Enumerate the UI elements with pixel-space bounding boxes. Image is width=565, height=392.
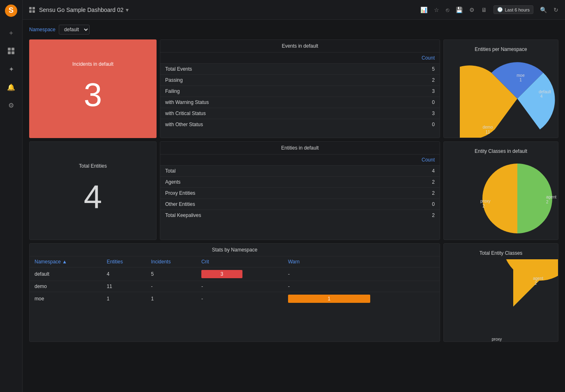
incidents-panel-title: Incidents in default: [69, 58, 117, 70]
events-table-title: Events in default: [160, 40, 440, 53]
stats-col-header[interactable]: Entities: [102, 256, 146, 267]
add-panel-icon[interactable]: 📊: [420, 7, 427, 13]
event-row-label: with Warning Status: [160, 97, 355, 108]
display-icon[interactable]: 🖥: [481, 7, 487, 13]
entities-per-namespace-panel: Entities per Namespace: [443, 39, 558, 138]
time-range-picker[interactable]: 🕐 Last 6 hours: [494, 5, 533, 14]
svg-text:14: 14: [494, 341, 499, 342]
refresh-icon[interactable]: ↻: [553, 7, 558, 13]
entity-row-label: Total: [160, 166, 346, 177]
events-table-row: with Warning Status0: [160, 97, 440, 108]
entities-in-default-panel: Entities in default Count Total4Agents2P…: [160, 141, 440, 240]
stats-incidents: 5: [146, 267, 196, 281]
stats-table-row: moe 1 1 - 1: [30, 292, 440, 306]
stats-warn: -: [283, 267, 440, 281]
event-row-value: 3: [355, 86, 440, 97]
stats-col-header[interactable]: Crit: [196, 256, 283, 267]
events-table-row: Failing3: [160, 86, 440, 97]
search-icon[interactable]: 🔍: [540, 7, 547, 13]
entity-row-label: Proxy Entities: [160, 188, 346, 199]
total-entities-title: Total Entities: [76, 160, 110, 172]
row-3: Stats by Namespace Namespace ▲EntitiesIn…: [29, 243, 558, 342]
total-entities-panel: Total Entities 4: [29, 141, 157, 240]
time-range-label: Last 6 hours: [505, 7, 530, 12]
entity-row-value: 2: [346, 188, 440, 199]
incidents-panel: Incidents in default 3: [29, 39, 157, 138]
svg-text:agent: agent: [546, 195, 556, 199]
events-col-count: Count: [355, 53, 440, 64]
stats-col-header[interactable]: Warn: [283, 256, 440, 267]
event-row-label: Total Events: [160, 64, 355, 75]
entities-col-label: [160, 154, 346, 166]
svg-text:11: 11: [485, 130, 490, 134]
entities-table-row: Proxy Entities2: [160, 188, 440, 199]
entity-classes-default-chart: agent 2 proxy 2: [460, 157, 542, 231]
namespace-filter-label: Namespace: [29, 27, 55, 32]
svg-rect-3: [12, 48, 14, 51]
entities-per-namespace-title: Entities per Namespace: [471, 43, 530, 55]
event-row-value: 3: [355, 108, 440, 119]
settings-icon[interactable]: ⚙: [469, 7, 475, 13]
stats-table: Namespace ▲EntitiesIncidentsCritWarn def…: [30, 256, 440, 305]
topbar-actions: 📊 ☆ ⎋ 💾 ⚙ 🖥 🕐 Last 6 hours 🔍 ↻: [420, 5, 558, 14]
total-entities-value: 4: [84, 180, 102, 213]
stats-crit: -: [196, 292, 283, 306]
sidebar-item-explore[interactable]: ✦: [4, 62, 18, 76]
entities-table: Entities in default Count Total4Agents2P…: [160, 142, 440, 221]
svg-text:2: 2: [482, 204, 485, 208]
svg-text:1: 1: [519, 78, 522, 82]
entity-row-value: 2: [346, 177, 440, 188]
stats-warn: 1: [283, 292, 440, 306]
dropdown-arrow-icon[interactable]: ▾: [126, 7, 129, 13]
sidebar: S ＋ ✦ 🔔 ⚙: [0, 0, 23, 392]
stats-crit: -: [196, 281, 283, 292]
entity-row-value: 0: [346, 199, 440, 210]
stats-entities: 4: [102, 267, 146, 281]
svg-text:2: 2: [546, 200, 549, 204]
svg-text:demo: demo: [482, 125, 493, 129]
svg-rect-5: [12, 51, 14, 54]
entities-table-row: Other Entities0: [160, 199, 440, 210]
stats-incidents: 1: [146, 292, 196, 306]
svg-text:2: 2: [535, 281, 537, 286]
events-col-label: [160, 53, 355, 64]
event-row-value: 0: [355, 119, 440, 130]
entity-classes-default-panel: Entity Classes in default agent 2 proxy …: [443, 141, 558, 240]
incidents-value: 3: [84, 78, 102, 111]
entities-per-namespace-chart: default 4 moe 1 demo 11: [460, 55, 542, 129]
entities-table-row: Total Keepalives2: [160, 210, 440, 221]
svg-text:S: S: [9, 6, 14, 14]
sidebar-item-settings[interactable]: ⚙: [4, 98, 18, 113]
namespace-select[interactable]: default: [59, 25, 90, 35]
stats-table-row: default 4 5 3 -: [30, 267, 440, 281]
total-entity-classes-title: Total Entity Classes: [476, 247, 526, 259]
entity-row-label: Other Entities: [160, 199, 346, 210]
dashboard-title: Sensu Go Sample Dashboard 02: [39, 7, 123, 13]
event-row-label: Passing: [160, 75, 355, 86]
events-table-row: Total Events5: [160, 64, 440, 75]
sidebar-item-dashboards[interactable]: [4, 44, 18, 58]
sidebar-item-alerts[interactable]: 🔔: [4, 80, 18, 95]
stats-incidents: -: [146, 281, 196, 292]
stats-col-header[interactable]: Incidents: [146, 256, 196, 267]
sidebar-item-add[interactable]: ＋: [4, 25, 18, 40]
share-icon[interactable]: ⎋: [446, 7, 449, 13]
entities-table-row: Agents2: [160, 177, 440, 188]
stats-crit: 3: [196, 267, 283, 281]
row-2: Total Entities 4 Entities in default Cou…: [29, 141, 558, 240]
svg-text:4: 4: [540, 94, 543, 99]
stats-title: Stats by Namespace: [30, 244, 440, 256]
app-logo[interactable]: S: [5, 4, 18, 17]
event-row-value: 0: [355, 97, 440, 108]
save-icon[interactable]: 💾: [456, 7, 463, 13]
entity-row-value: 4: [346, 166, 440, 177]
topbar-title-area: Sensu Go Sample Dashboard 02 ▾: [29, 7, 420, 13]
event-row-label: with Critical Status: [160, 108, 355, 119]
stats-namespace: default: [30, 267, 102, 281]
entity-row-label: Total Keepalives: [160, 210, 346, 221]
stats-namespace: moe: [30, 292, 102, 306]
star-icon[interactable]: ☆: [434, 7, 439, 13]
stats-col-header[interactable]: Namespace ▲: [30, 256, 102, 267]
entity-row-value: 2: [346, 210, 440, 221]
entities-table-title: Entities in default: [160, 142, 440, 154]
